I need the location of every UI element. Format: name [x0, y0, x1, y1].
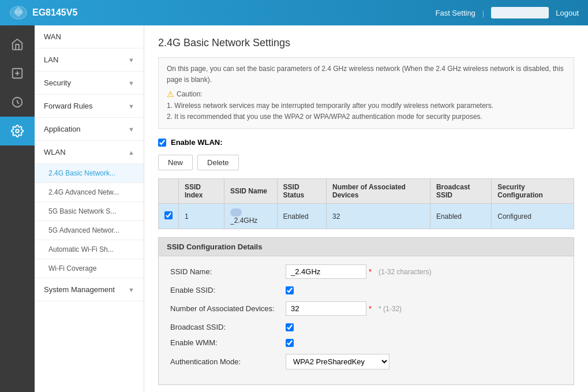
sidebar-subitem-5g-basic-label: 5G Basic Network S... — [48, 207, 116, 215]
chevron-up-icon: ▲ — [128, 149, 134, 156]
table-header-ssid-index: SSID Index — [179, 179, 224, 204]
chevron-down-icon: ▼ — [128, 286, 134, 293]
enable-wmm-row: Enable WMM: — [170, 338, 562, 347]
enable-wmm-checkbox[interactable] — [286, 339, 294, 347]
sidebar-item-security[interactable]: Security ▼ — [35, 72, 144, 95]
sidebar-item-system-management-label: System Management — [44, 285, 115, 294]
sidebar-icon-home[interactable] — [0, 30, 35, 59]
broadcast-ssid-row: Broadcast SSID: — [170, 323, 562, 331]
caution-label: Caution: — [177, 89, 203, 100]
delete-button[interactable]: Delete — [197, 155, 239, 170]
required-star-2: * — [369, 304, 372, 313]
sidebar-icon-monitor[interactable] — [0, 88, 35, 117]
info-box: On this page, you can set the basic para… — [158, 57, 574, 129]
config-section-title: SSID Configuration Details — [159, 238, 574, 256]
sidebar-subitem-2g-advanced[interactable]: 2.4G Advanced Netw... — [35, 183, 144, 202]
sidebar-item-wan-label: WAN — [44, 32, 61, 41]
associated-devices-label: Number of Associated Devices: — [170, 304, 286, 313]
enable-ssid-label: Enable SSID: — [170, 286, 286, 294]
page-title: 2.4G Basic Network Settings — [158, 37, 574, 49]
table-row[interactable]: 1 _2.4GHz Enabled 32 Enabled Configured — [159, 204, 574, 229]
chevron-down-icon: ▼ — [128, 103, 134, 110]
ssid-name-field-label: SSID Name: — [170, 267, 286, 276]
sidebar-item-wlan-label: WLAN — [44, 148, 66, 156]
main-layout: WAN LAN ▼ Security ▼ Forward Rules ▼ App… — [0, 25, 588, 392]
enable-ssid-checkbox[interactable] — [286, 286, 294, 294]
broadcast-ssid-label: Broadcast SSID: — [170, 323, 286, 331]
logo: EG8145V5 — [9, 3, 77, 22]
enable-ssid-row: Enable SSID: — [170, 286, 562, 294]
row-checkbox[interactable] — [164, 211, 173, 219]
cell-security-config: Configured — [492, 204, 574, 229]
logo-text: EG8145V5 — [32, 8, 77, 18]
sidebar-item-application[interactable]: Application ▼ — [35, 118, 144, 141]
cell-ssid-status: Enabled — [277, 204, 326, 229]
new-button[interactable]: New — [158, 155, 193, 170]
sidebar-item-forward-rules[interactable]: Forward Rules ▼ — [35, 95, 144, 118]
sidebar-subitem-auto-wifi-label: Automatic Wi-Fi Sh... — [48, 245, 114, 253]
enable-wmm-label: Enable WMM: — [170, 338, 286, 347]
ssid-cloud-icon — [230, 208, 242, 216]
search-input[interactable] — [491, 7, 549, 18]
sidebar-item-forward-rules-label: Forward Rules — [44, 102, 93, 110]
svg-point-7 — [16, 129, 19, 133]
logout-link[interactable]: Logout — [556, 9, 579, 17]
sidebar-icon-add[interactable] — [0, 59, 35, 88]
sidebar-subitem-2g-basic-label: 2.4G Basic Network... — [48, 169, 115, 177]
ssid-table: SSID Index SSID Name SSID Status Number … — [158, 178, 574, 229]
associated-devices-hint: * (1-32) — [379, 305, 402, 313]
header: EG8145V5 Fast Setting | Logout — [0, 0, 588, 25]
chevron-down-icon: ▼ — [128, 80, 134, 87]
sidebar-subitem-5g-basic[interactable]: 5G Basic Network S... — [35, 202, 144, 221]
sidebar-item-lan[interactable]: LAN ▼ — [35, 48, 144, 72]
enable-wlan-checkbox[interactable] — [158, 139, 166, 147]
auth-mode-label: Authentication Mode: — [170, 357, 286, 366]
sidebar-subitem-auto-wifi[interactable]: Automatic Wi-Fi Sh... — [35, 240, 144, 259]
cell-broadcast-ssid: Enabled — [430, 204, 491, 229]
table-header-associated-devices: Number of Associated Devices — [327, 179, 430, 204]
config-body: SSID Name: * (1-32 characters) Enable SS… — [159, 256, 574, 384]
sidebar-subitem-wifi-coverage-label: Wi-Fi Coverage — [48, 264, 96, 272]
chevron-down-icon: ▼ — [128, 126, 134, 133]
auth-mode-select[interactable]: WPA2 PreSharedKey WPA PreSharedKey WPA/W… — [286, 354, 389, 369]
header-right: Fast Setting | Logout — [435, 7, 579, 18]
table-header-broadcast-ssid: Broadcast SSID — [430, 179, 491, 204]
sidebar-subitem-2g-advanced-label: 2.4G Advanced Netw... — [48, 188, 119, 196]
sidebar-item-application-label: Application — [44, 125, 81, 133]
associated-devices-field[interactable] — [286, 301, 366, 316]
table-header-checkbox — [159, 179, 179, 204]
ssid-name-field[interactable] — [286, 264, 366, 279]
sidebar-subitem-5g-advanced[interactable]: 5G Advanced Networ... — [35, 221, 144, 240]
sidebar-icon-settings[interactable] — [0, 117, 35, 145]
cell-associated-devices: 32 — [327, 204, 430, 229]
sidebar-subitem-wifi-coverage[interactable]: Wi-Fi Coverage — [35, 259, 144, 278]
sidebar-nav: WAN LAN ▼ Security ▼ Forward Rules ▼ App… — [35, 25, 144, 392]
caution-item-2: 2. It is recommended that you use the WP… — [167, 111, 565, 122]
sidebar-item-wan[interactable]: WAN — [35, 25, 144, 48]
broadcast-ssid-checkbox[interactable] — [286, 323, 294, 331]
fast-setting-link[interactable]: Fast Setting — [435, 9, 475, 17]
action-buttons: New Delete — [158, 155, 574, 170]
chevron-down-icon: ▼ — [128, 57, 134, 64]
table-header-ssid-status: SSID Status — [277, 179, 326, 204]
huawei-logo-icon — [9, 3, 28, 22]
required-star: * — [369, 267, 372, 276]
header-divider: | — [482, 9, 484, 17]
content-area: 2.4G Basic Network Settings On this page… — [144, 25, 588, 392]
ssid-name-text: _2.4GHz — [230, 216, 257, 225]
config-section: SSID Configuration Details SSID Name: * … — [158, 237, 574, 385]
ssid-name-row: SSID Name: * (1-32 characters) — [170, 264, 562, 279]
sidebar-item-wlan[interactable]: WLAN ▲ — [35, 141, 144, 164]
enable-wlan-label: Enable WLAN: — [171, 138, 223, 147]
sidebar-item-lan-label: LAN — [44, 55, 58, 64]
sidebar-item-system-management[interactable]: System Management ▼ — [35, 278, 144, 301]
sidebar-icons — [0, 25, 35, 392]
sidebar-item-security-label: Security — [44, 79, 71, 87]
caution-item-1: 1. Wireless network services may be inte… — [167, 100, 565, 111]
table-header-security-config: Security Configuration — [492, 179, 574, 204]
sidebar-subitem-2g-basic[interactable]: 2.4G Basic Network... — [35, 164, 144, 183]
info-text: On this page, you can set the basic para… — [167, 64, 565, 85]
auth-mode-row: Authentication Mode: WPA2 PreSharedKey W… — [170, 354, 562, 369]
ssid-name-hint: (1-32 characters) — [379, 268, 431, 276]
cell-ssid-name: _2.4GHz — [224, 204, 277, 229]
